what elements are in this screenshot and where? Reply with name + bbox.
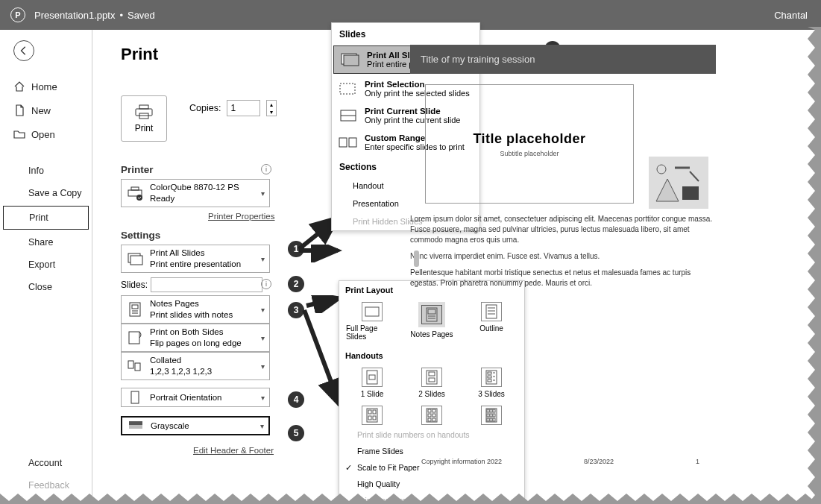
svg-rect-68 xyxy=(682,186,699,200)
preview-scrollbar[interactable] xyxy=(414,251,419,267)
chevron-down-icon: ▾ xyxy=(261,189,265,198)
callout-5: 5 xyxy=(288,425,304,441)
app-logo-icon: P xyxy=(10,7,25,22)
preview-notes: Lorem ipsum dolor sit amet, consectetuer… xyxy=(410,214,716,289)
arrow-left-icon xyxy=(19,45,29,56)
svg-rect-20 xyxy=(340,84,355,94)
printer-properties-link[interactable]: Printer Properties xyxy=(208,212,274,221)
slides-all-icon xyxy=(126,250,144,268)
notes-page-icon xyxy=(421,305,442,324)
chevron-down-icon: ▾ xyxy=(260,422,264,430)
info-icon[interactable]: i xyxy=(261,279,271,289)
nav-save-copy[interactable]: Save a Copy xyxy=(0,182,92,204)
slides-input[interactable] xyxy=(151,277,262,292)
chevron-down-icon: ▾ xyxy=(261,255,265,263)
svg-rect-38 xyxy=(429,378,435,382)
opt-frame-slides[interactable]: Frame Slides xyxy=(339,443,524,459)
printer-select[interactable]: ColorQube 8870-12 PSReady ▾ xyxy=(121,179,270,207)
layout-select[interactable]: Notes PagesPrint slides with notes ▾ xyxy=(121,295,270,324)
collated-select[interactable]: Collated1,2,3 1,2,3 1,2,3 ▾ xyxy=(121,352,270,380)
filename: Presentation1.pptx xyxy=(34,10,115,21)
handout-4-icon xyxy=(362,406,383,425)
nav-info[interactable]: Info xyxy=(0,160,92,182)
handout-9[interactable] xyxy=(465,406,518,425)
svg-rect-41 xyxy=(488,376,491,378)
nav-print[interactable]: Print xyxy=(3,206,89,230)
copies-input[interactable] xyxy=(227,100,260,116)
svg-rect-0 xyxy=(136,109,152,116)
svg-rect-64 xyxy=(493,414,495,417)
svg-rect-16 xyxy=(129,421,142,425)
slides-label: Slides: xyxy=(121,280,148,290)
layout-outline[interactable]: Outline xyxy=(465,302,518,341)
slides-all-icon xyxy=(340,52,361,67)
svg-rect-49 xyxy=(368,416,371,420)
print-what-select[interactable]: Print All SlidesPrint entire presentatio… xyxy=(121,245,270,273)
handout-2[interactable]: 2 Slides xyxy=(406,368,458,398)
layout-full-page[interactable]: Full Page Slides xyxy=(346,302,398,341)
home-icon xyxy=(13,81,25,92)
handout-1[interactable]: 1 Slide xyxy=(346,368,398,398)
handout-1-icon xyxy=(362,368,383,387)
chevron-down-icon[interactable]: ▾ xyxy=(267,108,276,116)
svg-rect-40 xyxy=(488,372,491,374)
torn-edge-icon xyxy=(0,494,821,504)
arrow-icon xyxy=(303,295,342,313)
svg-rect-47 xyxy=(368,410,371,414)
both-sides-icon xyxy=(126,329,144,347)
svg-rect-59 xyxy=(487,409,489,412)
chevron-down-icon: ▾ xyxy=(261,394,265,402)
svg-rect-14 xyxy=(135,363,140,371)
preview-banner: Title of my training session xyxy=(410,45,716,74)
color-select[interactable]: Grayscale ▾ xyxy=(121,416,270,435)
svg-rect-57 xyxy=(432,418,435,421)
user-name[interactable]: Chantal xyxy=(774,10,808,21)
edit-header-footer-link[interactable]: Edit Header & Footer xyxy=(193,446,274,455)
callout-4: 4 xyxy=(288,391,304,408)
chevron-up-icon[interactable]: ▴ xyxy=(267,101,276,108)
print-button[interactable]: Print xyxy=(121,95,167,142)
callout-1: 1 xyxy=(288,241,304,257)
orientation-select[interactable]: Portrait Orientation ▾ xyxy=(121,388,270,407)
svg-rect-42 xyxy=(488,379,491,382)
design-tools-icon xyxy=(649,157,708,209)
nav-home[interactable]: Home xyxy=(0,75,92,98)
svg-rect-60 xyxy=(490,409,492,412)
svg-rect-13 xyxy=(128,361,133,368)
torn-edge-icon xyxy=(808,27,821,504)
handout-4[interactable] xyxy=(346,406,398,425)
svg-rect-4 xyxy=(131,187,139,190)
handout-6[interactable] xyxy=(406,406,458,425)
opt-slide-numbers: Print slide numbers on handouts xyxy=(339,426,524,443)
svg-point-69 xyxy=(657,165,666,174)
svg-rect-55 xyxy=(432,414,435,417)
opt-high-quality[interactable]: High Quality xyxy=(339,476,524,492)
sides-select[interactable]: Print on Both SidesFlip pages on long ed… xyxy=(121,324,270,352)
separator: • xyxy=(119,10,123,21)
slide-title: Title placeholder xyxy=(473,131,585,147)
svg-rect-62 xyxy=(487,414,489,417)
svg-rect-54 xyxy=(428,414,431,417)
layout-notes-pages[interactable]: Notes Pages xyxy=(406,302,458,341)
copies-stepper[interactable]: ▴▾ xyxy=(266,100,277,116)
chevron-down-icon: ▾ xyxy=(261,306,265,314)
grayscale-icon xyxy=(127,417,145,435)
callout-3: 3 xyxy=(288,302,304,318)
svg-rect-35 xyxy=(369,375,375,379)
nav-close[interactable]: Close xyxy=(0,276,92,298)
outline-icon xyxy=(481,302,502,321)
slide-subtitle: Subtitle placeholder xyxy=(500,150,559,157)
save-status: Saved xyxy=(128,10,155,21)
info-icon[interactable]: i xyxy=(261,164,271,174)
handout-3[interactable]: 3 Slides xyxy=(465,368,518,398)
back-button[interactable] xyxy=(13,40,34,61)
layout-menu: Print Layout Full Page Slides Notes Page… xyxy=(339,280,525,504)
nav-share[interactable]: Share xyxy=(0,231,92,253)
svg-rect-25 xyxy=(365,307,379,316)
nav-new[interactable]: New xyxy=(0,98,92,122)
nav-account[interactable]: Account xyxy=(0,452,92,474)
nav-open[interactable]: Open xyxy=(0,122,92,146)
svg-rect-65 xyxy=(487,418,489,421)
nav-export[interactable]: Export xyxy=(0,253,92,276)
svg-rect-53 xyxy=(432,409,435,412)
